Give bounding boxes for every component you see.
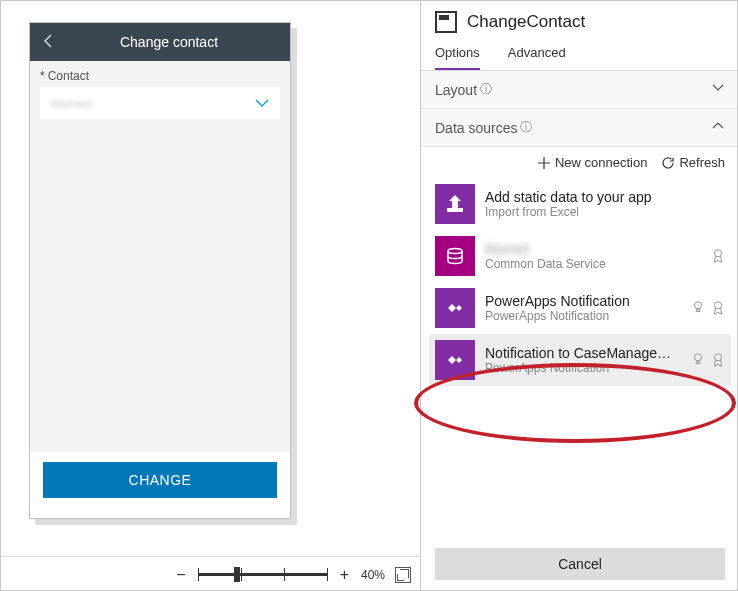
cds-icon [435,236,475,276]
tab-options[interactable]: Options [435,39,480,70]
data-source-subtitle: PowerApps Notification [485,361,681,375]
app-preview: Change contact *Contact blurred CHANGE [29,22,291,519]
zoom-slider[interactable] [198,573,328,576]
control-name: ChangeContact [467,12,585,32]
data-source-subtitle: Import from Excel [485,205,725,219]
ribbon-icon [711,248,725,264]
new-connection-button[interactable]: New connection [537,155,648,170]
badges [711,248,725,264]
properties-panel: ChangeContact Options Advanced Layout ⓘ … [421,1,738,591]
svg-point-4 [694,354,701,361]
chevron-down-icon [711,81,725,98]
data-source-item[interactable]: blurred Common Data Service [429,230,731,282]
zoom-out-button[interactable]: − [170,566,191,584]
svg-point-5 [714,354,721,361]
contact-dropdown[interactable]: blurred [40,87,280,119]
zoom-percent: 40% [361,568,385,582]
data-source-title: blurred [485,241,701,257]
data-source-title: Notification to CaseManageme… [485,345,681,361]
refresh-button[interactable]: Refresh [661,155,725,170]
data-source-title: PowerApps Notification [485,293,681,309]
section-layout[interactable]: Layout ⓘ [421,71,738,108]
back-icon[interactable] [42,33,60,52]
bulb-icon [691,300,705,316]
change-button[interactable]: CHANGE [43,462,277,498]
chevron-down-icon [253,94,271,116]
zoom-bar: − + 40% [1,556,421,591]
excel-import-icon [435,184,475,224]
cancel-button[interactable]: Cancel [435,548,725,580]
tab-advanced[interactable]: Advanced [508,39,566,70]
section-data-sources[interactable]: Data sources ⓘ [421,109,738,146]
ribbon-icon [711,300,725,316]
badges [691,352,725,368]
ribbon-icon [711,352,725,368]
help-icon[interactable]: ⓘ [520,119,532,136]
dropdown-value: blurred [51,96,91,111]
refresh-icon [661,156,675,170]
form-icon [435,11,457,33]
data-source-subtitle: Common Data Service [485,257,701,271]
bulb-icon [691,352,705,368]
screen-header: Change contact [30,23,290,61]
help-icon[interactable]: ⓘ [480,81,492,98]
data-source-item[interactable]: PowerApps Notification PowerApps Notific… [429,282,731,334]
fit-to-window-icon[interactable] [395,567,411,583]
data-source-subtitle: PowerApps Notification [485,309,681,323]
svg-point-2 [694,302,701,309]
data-source-title: Add static data to your app [485,189,725,205]
badges [691,300,725,316]
data-source-item[interactable]: Add static data to your app Import from … [429,178,731,230]
field-label: *Contact [40,69,280,83]
plus-icon [537,156,551,170]
zoom-in-button[interactable]: + [334,566,355,584]
data-source-item[interactable]: Notification to CaseManageme… PowerApps … [429,334,731,386]
svg-point-0 [448,249,462,254]
svg-point-1 [714,250,721,257]
svg-point-3 [714,302,721,309]
powerapps-icon [435,288,475,328]
chevron-up-icon [711,119,725,136]
canvas-pane: Change contact *Contact blurred CHANGE [1,1,421,591]
powerapps-icon [435,340,475,380]
screen-title: Change contact [60,34,278,50]
